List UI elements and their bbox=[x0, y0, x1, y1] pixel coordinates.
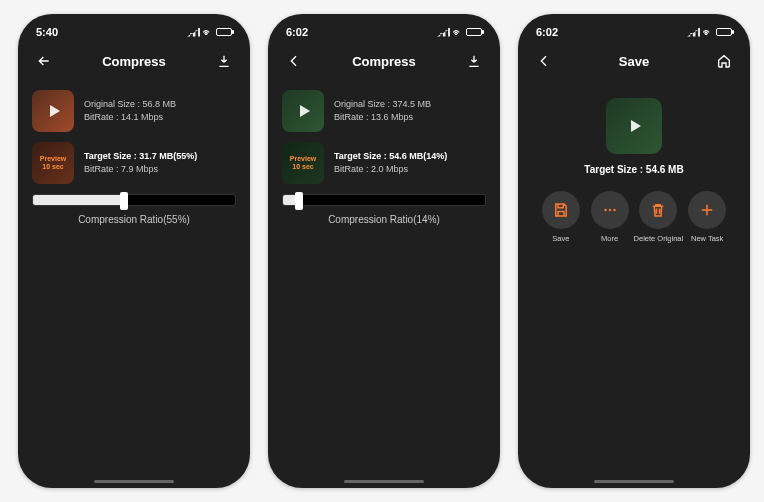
battery-icon bbox=[716, 28, 732, 36]
back-button[interactable] bbox=[32, 53, 56, 69]
preview-sub: 10 sec bbox=[42, 163, 63, 171]
battery-icon bbox=[466, 28, 482, 36]
original-row: Original Size : 374.5 MB BitRate : 13.6 … bbox=[282, 90, 486, 132]
back-button[interactable] bbox=[532, 53, 556, 69]
back-button[interactable] bbox=[282, 53, 306, 69]
wifi-icon: ᯤ bbox=[703, 27, 713, 38]
page-title: Compress bbox=[306, 54, 462, 69]
target-row: Preview 10 sec Target Size : 31.7 MB(55%… bbox=[32, 142, 236, 184]
slider-track bbox=[282, 194, 486, 206]
nav-bar: Compress bbox=[18, 44, 250, 78]
saved-thumbnail[interactable] bbox=[606, 98, 662, 154]
plus-icon bbox=[698, 201, 716, 219]
battery-icon bbox=[216, 28, 232, 36]
home-icon bbox=[716, 53, 732, 69]
phone-screen-2: 6:02 ᯤ Compress Original Size : 374.5 MB… bbox=[268, 14, 500, 488]
preview-overlay: Preview 10 sec bbox=[282, 142, 324, 184]
preview-label: Preview bbox=[40, 155, 66, 163]
plus-icon-circle bbox=[688, 191, 726, 229]
home-indicator[interactable] bbox=[94, 480, 174, 483]
page-title: Compress bbox=[56, 54, 212, 69]
save-label: Save bbox=[552, 234, 569, 243]
target-info: Target Size : 54.6 MB(14%) BitRate : 2.0… bbox=[334, 150, 447, 177]
target-size-label: Target Size : 54.6 MB bbox=[532, 164, 736, 175]
preview-sub: 10 sec bbox=[292, 163, 313, 171]
download-button[interactable] bbox=[212, 53, 236, 69]
clock: 6:02 bbox=[536, 26, 558, 38]
wifi-icon: ᯤ bbox=[453, 27, 463, 38]
slider-track bbox=[32, 194, 236, 206]
status-icons: ᯤ bbox=[687, 27, 732, 38]
content-area: Original Size : 56.8 MB BitRate : 14.1 M… bbox=[18, 78, 250, 237]
signal-icon bbox=[437, 28, 450, 37]
target-info: Target Size : 31.7 MB(55%) BitRate : 7.9… bbox=[84, 150, 197, 177]
newtask-action[interactable]: New Task bbox=[683, 191, 731, 243]
delete-label: Delete Original bbox=[634, 234, 684, 243]
signal-icon bbox=[687, 28, 700, 37]
status-bar: 5:40 ᯤ bbox=[18, 14, 250, 44]
download-button[interactable] bbox=[462, 53, 486, 69]
compression-ratio-label: Compression Ratio(55%) bbox=[32, 214, 236, 225]
target-bitrate-label: BitRate : 2.0 Mbps bbox=[334, 163, 447, 177]
target-size-label: Target Size : 31.7 MB(55%) bbox=[84, 150, 197, 164]
newtask-label: New Task bbox=[691, 234, 723, 243]
original-bitrate-label: BitRate : 13.6 Mbps bbox=[334, 111, 431, 125]
more-icon-circle bbox=[591, 191, 629, 229]
play-icon bbox=[300, 105, 310, 117]
slider-thumb[interactable] bbox=[295, 192, 303, 210]
download-icon bbox=[466, 53, 482, 69]
original-row: Original Size : 56.8 MB BitRate : 14.1 M… bbox=[32, 90, 236, 132]
chevron-left-icon bbox=[536, 53, 552, 69]
phone-screen-1: 5:40 ᯤ Compress Original Size : 56.8 MB … bbox=[18, 14, 250, 488]
arrow-left-icon bbox=[36, 53, 52, 69]
status-icons: ᯤ bbox=[187, 27, 232, 38]
trash-icon-circle bbox=[639, 191, 677, 229]
save-icon bbox=[552, 201, 570, 219]
compression-slider[interactable]: Compression Ratio(14%) bbox=[282, 194, 486, 225]
target-thumbnail[interactable]: Preview 10 sec bbox=[282, 142, 324, 184]
target-row: Preview 10 sec Target Size : 54.6 MB(14%… bbox=[282, 142, 486, 184]
original-size-label: Original Size : 374.5 MB bbox=[334, 98, 431, 112]
original-bitrate-label: BitRate : 14.1 Mbps bbox=[84, 111, 176, 125]
signal-icon bbox=[187, 28, 200, 37]
clock: 6:02 bbox=[286, 26, 308, 38]
play-icon bbox=[631, 120, 641, 132]
content-area: Target Size : 54.6 MB Save More Delete O… bbox=[518, 78, 750, 255]
play-icon bbox=[50, 105, 60, 117]
save-action[interactable]: Save bbox=[537, 191, 585, 243]
target-size-label: Target Size : 54.6 MB(14%) bbox=[334, 150, 447, 164]
status-bar: 6:02 ᯤ bbox=[518, 14, 750, 44]
svg-point-1 bbox=[608, 209, 610, 211]
home-indicator[interactable] bbox=[594, 480, 674, 483]
compression-slider[interactable]: Compression Ratio(55%) bbox=[32, 194, 236, 225]
home-indicator[interactable] bbox=[344, 480, 424, 483]
original-size-label: Original Size : 56.8 MB bbox=[84, 98, 176, 112]
slider-fill bbox=[33, 195, 124, 205]
home-button[interactable] bbox=[712, 53, 736, 69]
download-icon bbox=[216, 53, 232, 69]
clock: 5:40 bbox=[36, 26, 58, 38]
original-thumbnail[interactable] bbox=[32, 90, 74, 132]
target-bitrate-label: BitRate : 7.9 Mbps bbox=[84, 163, 197, 177]
wifi-icon: ᯤ bbox=[203, 27, 213, 38]
save-icon-circle bbox=[542, 191, 580, 229]
original-thumbnail[interactable] bbox=[282, 90, 324, 132]
action-row: Save More Delete Original New Task bbox=[532, 191, 736, 243]
svg-point-0 bbox=[604, 209, 606, 211]
nav-bar: Save bbox=[518, 44, 750, 78]
status-icons: ᯤ bbox=[437, 27, 482, 38]
page-title: Save bbox=[556, 54, 712, 69]
slider-thumb[interactable] bbox=[120, 192, 128, 210]
more-icon bbox=[601, 201, 619, 219]
more-label: More bbox=[601, 234, 618, 243]
trash-icon bbox=[649, 201, 667, 219]
preview-label: Preview bbox=[290, 155, 316, 163]
target-thumbnail[interactable]: Preview 10 sec bbox=[32, 142, 74, 184]
delete-action[interactable]: Delete Original bbox=[634, 191, 682, 243]
more-action[interactable]: More bbox=[586, 191, 634, 243]
original-info: Original Size : 374.5 MB BitRate : 13.6 … bbox=[334, 98, 431, 125]
original-info: Original Size : 56.8 MB BitRate : 14.1 M… bbox=[84, 98, 176, 125]
content-area: Original Size : 374.5 MB BitRate : 13.6 … bbox=[268, 78, 500, 237]
phone-screen-3: 6:02 ᯤ Save Target Size : 54.6 MB Save bbox=[518, 14, 750, 488]
chevron-left-icon bbox=[286, 53, 302, 69]
